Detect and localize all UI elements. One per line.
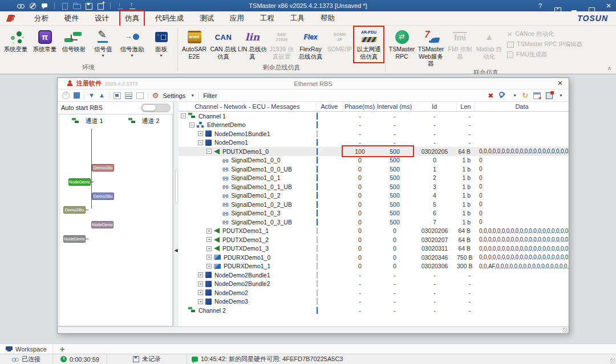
row-phase-cell[interactable]: 0 <box>343 210 377 216</box>
table-row-PDUTXDemo1_1[interactable]: +PDUTXDemo1_1000302020664 B0,0,0,0,0,0,0… <box>179 227 569 236</box>
table-row-Channel 1[interactable]: −Channel 1---- <box>179 112 569 121</box>
filter-button[interactable]: Filter <box>203 92 217 99</box>
connect-icon[interactable] <box>17 2 24 9</box>
checkbox-checked[interactable] <box>317 219 318 226</box>
panel-splitter[interactable]: ◀ <box>173 102 179 326</box>
checkbox-unchecked[interactable] <box>317 263 318 269</box>
row-phase-cell[interactable]: - <box>343 130 377 137</box>
ribbon-button-flexray-rbs[interactable]: FlexFlexRay 总线仿真 <box>296 27 325 62</box>
refresh-icon[interactable]: ↻ <box>522 92 528 99</box>
expand-icon[interactable]: + <box>198 131 203 136</box>
add-workspace-button[interactable]: + <box>60 344 65 354</box>
row-interval-cell[interactable]: - <box>377 121 412 128</box>
view-blank-icon[interactable] <box>136 92 144 99</box>
row-phase-cell[interactable]: 100 <box>343 148 377 155</box>
collapse-panel-icon[interactable]: ◀ <box>175 248 178 253</box>
row-interval-cell[interactable]: 0 <box>377 227 412 234</box>
row-interval-cell[interactable]: 500 <box>377 174 412 181</box>
upload-icon[interactable] <box>129 2 136 9</box>
settings-caret-icon[interactable]: ▼ <box>191 93 194 97</box>
expand-icon[interactable]: + <box>206 255 212 260</box>
dropdown-caret-icon[interactable]: ▼ <box>159 54 163 58</box>
ribbon-button-signal-mapping[interactable]: 信号映射 <box>59 27 88 62</box>
table-row-NodeDemo2Bundle1[interactable]: +NodeDemo2Bundle1---- <box>179 271 569 280</box>
run-icon[interactable] <box>62 92 70 99</box>
row-interval-cell[interactable]: 500 <box>377 219 412 226</box>
row-interval-cell[interactable]: 500 <box>377 166 412 173</box>
table-row-SignalDemo1_0_0[interactable]: ((•))SignalDemo1_0_0050001 b0 <box>179 156 569 165</box>
expand-icon[interactable]: + <box>198 272 203 277</box>
checkbox-checked[interactable] <box>317 183 318 190</box>
table-row-PDUTXDemo1_3[interactable]: +PDUTXDemo1_3000302031164 B0,0,0,0,0,0,0… <box>179 244 569 253</box>
graph-node[interactable]: NodeDemo <box>91 221 114 228</box>
checkbox-checked[interactable] <box>317 113 318 120</box>
row-phase-cell[interactable]: 0 <box>343 227 377 234</box>
row-interval-cell[interactable]: 0 <box>377 263 412 269</box>
column-header-interval[interactable]: Interval (ms) <box>377 102 412 111</box>
expand-icon[interactable]: + <box>206 237 212 242</box>
ribbon-item-fmu-generator[interactable]: FMU生成器 <box>507 51 582 59</box>
row-phase-cell[interactable]: 0 <box>343 183 377 190</box>
table-row-NodeDemo3[interactable]: +NodeDemo3---- <box>179 297 569 306</box>
download-icon[interactable] <box>117 2 124 9</box>
checkbox-checked[interactable] <box>317 139 318 146</box>
row-interval-cell[interactable]: 500 <box>377 210 412 216</box>
row-phase-cell[interactable]: - <box>343 113 377 120</box>
export-icon[interactable] <box>546 92 553 99</box>
row-interval-cell[interactable]: 500 <box>377 183 412 190</box>
menu-item-help[interactable]: 帮助 <box>317 12 339 25</box>
view-list-icon[interactable] <box>125 92 132 99</box>
clear-icon[interactable]: ✖ <box>488 92 493 99</box>
row-interval-cell[interactable]: 0 <box>377 245 412 252</box>
checkbox-checked[interactable] <box>317 157 318 163</box>
menu-item-tools[interactable]: 工具 <box>286 12 309 25</box>
row-phase-cell[interactable]: 0 <box>343 236 377 243</box>
ribbon-button-fmi-controller[interactable]: fmiFMI 控制器 <box>445 27 475 62</box>
row-phase-cell[interactable]: 0 <box>343 192 377 199</box>
menu-item-design[interactable]: 设计 <box>91 12 113 25</box>
move-up-icon[interactable]: ▲ <box>99 92 105 99</box>
settings-gear-icon[interactable]: ⚙ <box>152 92 159 99</box>
ribbon-button-panel[interactable]: 面板▼ <box>147 27 176 62</box>
ribbon-collapse-icon[interactable]: ∧ <box>607 65 611 71</box>
table-row-SignalDemo1_0_2_UB[interactable]: ((•))SignalDemo1_0_2_UB050051 b0 <box>179 200 569 209</box>
column-header-active[interactable]: Active <box>317 102 343 111</box>
ribbon-button-j1939-settings[interactable]: SAE J1939J1939 仿真设置 <box>267 27 296 62</box>
row-phase-cell[interactable]: - <box>343 121 377 128</box>
table-row-PDUTXDemo1_2[interactable]: +PDUTXDemo1_2000302020764 B0,0,0,0,0,0,0… <box>179 235 569 244</box>
row-interval-cell[interactable]: - <box>377 298 412 305</box>
workspace-tab[interactable]: Workspace <box>0 344 53 354</box>
resize-grip[interactable] <box>563 328 568 333</box>
row-interval-cell[interactable]: 0 <box>377 254 412 261</box>
ribbon-item-canoe-automation[interactable]: ✕CANoe 自动化 <box>507 30 582 38</box>
row-interval-cell[interactable]: - <box>377 307 412 314</box>
checkbox-unchecked[interactable] <box>317 280 318 287</box>
row-interval-cell[interactable]: 0 <box>377 236 412 243</box>
row-interval-cell[interactable]: - <box>377 139 412 146</box>
channel-1-header[interactable]: 通道 1 <box>59 114 116 125</box>
menu-item-simulation[interactable]: 仿真 <box>121 12 143 25</box>
delete-table-icon[interactable] <box>533 92 541 99</box>
stop-icon[interactable] <box>74 92 80 99</box>
table-row-SignalDemo1_0_2[interactable]: ((•))SignalDemo1_0_2050041 b0 <box>179 191 569 201</box>
chat-icon[interactable] <box>41 2 48 9</box>
new-file-icon[interactable] <box>61 2 68 9</box>
export-caret-icon[interactable]: ▼ <box>559 93 563 97</box>
table-row-NodeDemo2[interactable]: +NodeDemo2---- <box>179 288 569 297</box>
checkbox-checked[interactable] <box>317 166 318 173</box>
checkbox-checked[interactable] <box>317 174 318 181</box>
graph-node[interactable]: NodeDemo <box>63 235 86 243</box>
resize-grip[interactable] <box>610 358 615 363</box>
checkbox-checked[interactable] <box>317 192 318 199</box>
expand-icon[interactable]: + <box>198 299 203 304</box>
scrollbar-thumb[interactable] <box>175 169 178 203</box>
disconnect-icon[interactable] <box>29 2 36 9</box>
row-interval-cell[interactable]: 500 <box>377 148 412 155</box>
menu-item-application[interactable]: 应用 <box>226 12 248 25</box>
table-row-Channel 2[interactable]: Channel 2---- <box>179 306 569 315</box>
table-row-PDURXDemo1_0[interactable]: +PDURXDemo1_00003020346750 B0,0,0,0,0,0,… <box>179 253 569 262</box>
column-header-messages[interactable]: Channel - Network - ECU - Messages <box>179 102 317 111</box>
expand-icon[interactable]: + <box>198 290 203 295</box>
dropdown-caret-icon[interactable]: ▼ <box>101 54 105 58</box>
ribbon-button-lin-rbs[interactable]: linLIN 总线仿真 <box>238 27 267 62</box>
